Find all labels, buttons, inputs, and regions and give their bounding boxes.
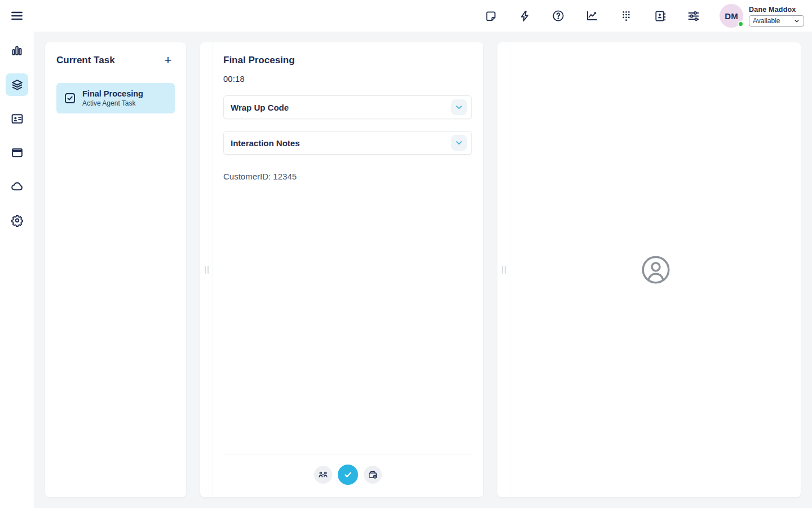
app-body: Current Task + Final Procesing Active Ag… xyxy=(0,32,812,508)
interaction-notes-label: Interaction Notes xyxy=(231,138,300,148)
current-task-title: Current Task xyxy=(56,55,115,66)
avatar[interactable]: DM xyxy=(720,4,743,28)
sidebar-item-contacts[interactable] xyxy=(6,107,28,130)
actions-divider xyxy=(223,454,472,454)
gear-icon xyxy=(10,213,24,227)
park-task-button[interactable] xyxy=(364,466,382,484)
status-dot xyxy=(738,21,744,27)
chevron-down-icon xyxy=(451,135,467,151)
user-block: DM Dane Maddox Available xyxy=(720,4,804,28)
task-detail-title: Final Procesing xyxy=(223,55,472,66)
panel-resizer-handle[interactable] xyxy=(497,42,510,497)
user-meta: Dane Maddox Available xyxy=(749,6,804,27)
task-detail-content: Final Procesing 00:18 Wrap Up Code Inter… xyxy=(213,42,483,497)
task-texts: Final Procesing Active Agent Task xyxy=(82,89,143,107)
topbar-actions xyxy=(484,9,700,23)
customer-panel xyxy=(497,42,801,497)
sidebar-item-browser[interactable] xyxy=(6,141,28,164)
cloud-icon xyxy=(10,179,24,194)
sticky-note-icon[interactable] xyxy=(484,9,497,23)
bar-chart-icon xyxy=(10,44,24,58)
grip-icon xyxy=(502,266,506,274)
wrap-up-code-label: Wrap Up Code xyxy=(231,103,289,112)
transfer-people-icon xyxy=(317,469,329,480)
sidebar-item-analytics[interactable] xyxy=(6,40,28,62)
interaction-notes-expander[interactable]: Interaction Notes xyxy=(223,131,472,155)
customer-id-text: CustomerID: 12345 xyxy=(223,172,472,181)
chevron-down-icon xyxy=(793,17,800,24)
lightning-icon[interactable] xyxy=(518,9,531,23)
checkbox-check-icon xyxy=(63,91,77,105)
detail-spacer xyxy=(223,181,472,454)
complete-task-button[interactable] xyxy=(338,465,358,485)
task-actions-row xyxy=(223,465,472,486)
sidebar-item-settings[interactable] xyxy=(6,209,28,231)
performance-chart-icon[interactable] xyxy=(585,9,599,23)
main-area: Current Task + Final Procesing Active Ag… xyxy=(34,32,812,508)
panel-resizer-handle[interactable] xyxy=(200,42,213,497)
current-task-header: Current Task + xyxy=(56,54,175,67)
sidebar-item-tasks[interactable] xyxy=(6,73,28,96)
customer-panel-content xyxy=(510,42,801,497)
wrap-up-code-expander[interactable]: Wrap Up Code xyxy=(223,95,472,119)
help-icon[interactable] xyxy=(551,9,565,23)
menu-icon[interactable] xyxy=(9,8,25,24)
contact-card-icon xyxy=(10,112,24,126)
task-detail-panel: Final Procesing 00:18 Wrap Up Code Inter… xyxy=(200,42,483,497)
sliders-icon[interactable] xyxy=(687,9,700,23)
task-subtitle: Active Agent Task xyxy=(82,99,143,107)
avatar-initials: DM xyxy=(725,11,738,21)
status-select[interactable]: Available xyxy=(749,15,804,27)
chevron-down-icon xyxy=(451,99,467,115)
layers-icon xyxy=(10,78,24,92)
task-timer: 00:18 xyxy=(223,75,472,84)
sidebar-item-cloud[interactable] xyxy=(6,175,28,198)
address-book-icon[interactable] xyxy=(653,9,667,23)
park-box-icon xyxy=(367,469,378,480)
user-name: Dane Maddox xyxy=(749,6,804,14)
browser-window-icon xyxy=(10,146,24,160)
add-task-button[interactable]: + xyxy=(161,54,175,67)
task-list-item[interactable]: Final Procesing Active Agent Task xyxy=(56,83,175,113)
user-circle-icon xyxy=(640,254,672,286)
current-task-panel: Current Task + Final Procesing Active Ag… xyxy=(45,42,186,497)
dialpad-icon[interactable] xyxy=(619,9,633,23)
sidebar xyxy=(0,32,34,508)
transfer-task-button[interactable] xyxy=(314,466,332,484)
topbar: DM Dane Maddox Available xyxy=(0,0,812,32)
grip-icon xyxy=(205,266,209,274)
status-select-value: Available xyxy=(753,17,780,25)
check-icon xyxy=(342,469,354,480)
task-title: Final Procesing xyxy=(82,89,143,98)
